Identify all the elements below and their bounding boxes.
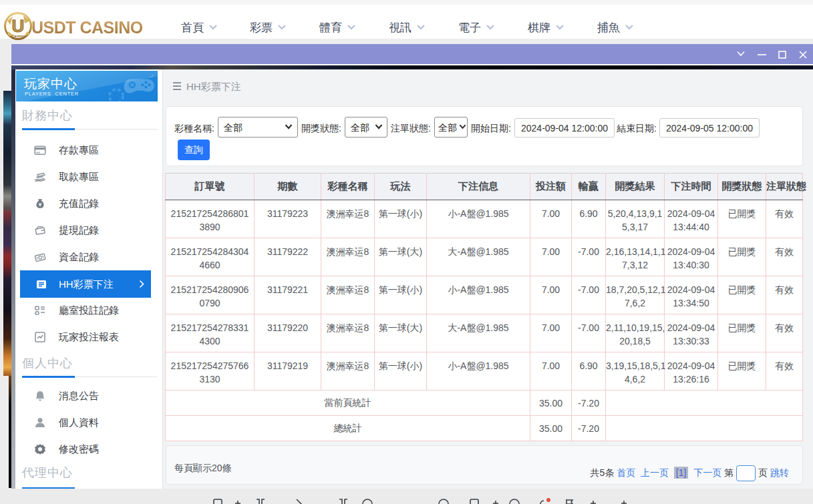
- svg-text:U: U: [12, 16, 25, 36]
- svg-text:¥: ¥: [39, 202, 42, 208]
- svg-text:Casino: Casino: [11, 34, 25, 38]
